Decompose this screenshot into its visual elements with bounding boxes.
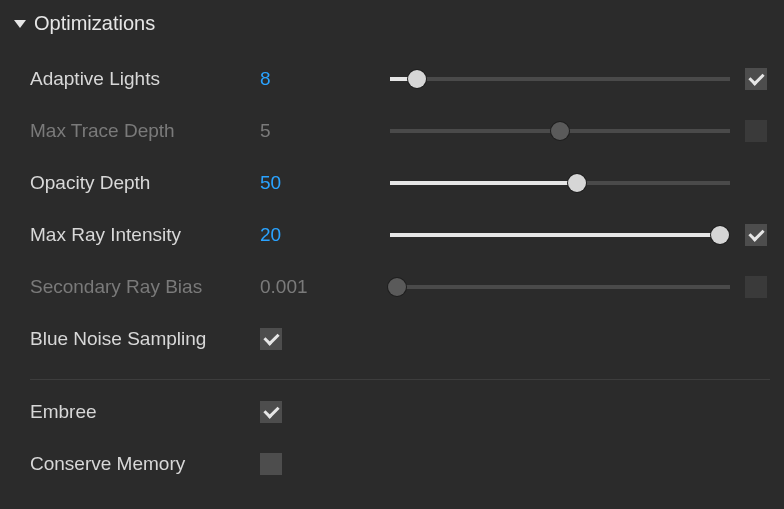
param-checkbox[interactable]: [260, 401, 282, 423]
param-row-max-ray-intensity: Max Ray Intensity20: [14, 209, 770, 261]
section-header[interactable]: Optimizations: [14, 12, 770, 35]
param-label: Conserve Memory: [30, 453, 260, 475]
slider-thumb-icon: [551, 122, 569, 140]
param-checkbox[interactable]: [260, 453, 282, 475]
param-row-opacity-depth: Opacity Depth50: [14, 157, 770, 209]
param-slider: [390, 105, 742, 157]
param-value[interactable]: 0.001: [260, 276, 390, 298]
param-label: Blue Noise Sampling: [30, 328, 260, 350]
param-row-blue-noise: Blue Noise Sampling: [14, 313, 770, 365]
slider-thumb-icon[interactable]: [408, 70, 426, 88]
param-value[interactable]: 20: [260, 224, 390, 246]
param-row-conserve-memory: Conserve Memory: [14, 438, 770, 490]
param-label: Secondary Ray Bias: [30, 276, 260, 298]
param-label: Embree: [30, 401, 260, 423]
param-checkbox: [745, 276, 767, 298]
caret-down-icon: [14, 20, 26, 28]
param-row-embree: Embree: [14, 386, 770, 438]
divider: [30, 379, 770, 380]
param-label: Adaptive Lights: [30, 68, 260, 90]
slider-thumb-icon[interactable]: [711, 226, 729, 244]
param-checkbox[interactable]: [745, 68, 767, 90]
param-value[interactable]: 8: [260, 68, 390, 90]
param-label: Max Ray Intensity: [30, 224, 260, 246]
param-row-max-trace-depth: Max Trace Depth5: [14, 105, 770, 157]
param-slider[interactable]: [390, 209, 742, 261]
param-checkbox[interactable]: [745, 224, 767, 246]
param-label: Max Trace Depth: [30, 120, 260, 142]
param-slider[interactable]: [390, 157, 742, 209]
param-slider: [390, 261, 742, 313]
param-slider[interactable]: [390, 53, 742, 105]
param-value[interactable]: 50: [260, 172, 390, 194]
param-checkbox[interactable]: [260, 328, 282, 350]
slider-thumb-icon: [388, 278, 406, 296]
param-checkbox: [745, 120, 767, 142]
slider-thumb-icon[interactable]: [568, 174, 586, 192]
param-label: Opacity Depth: [30, 172, 260, 194]
section-title: Optimizations: [34, 12, 155, 35]
param-row-adaptive-lights: Adaptive Lights8: [14, 53, 770, 105]
param-value[interactable]: 5: [260, 120, 390, 142]
param-row-secondary-ray-bias: Secondary Ray Bias0.001: [14, 261, 770, 313]
